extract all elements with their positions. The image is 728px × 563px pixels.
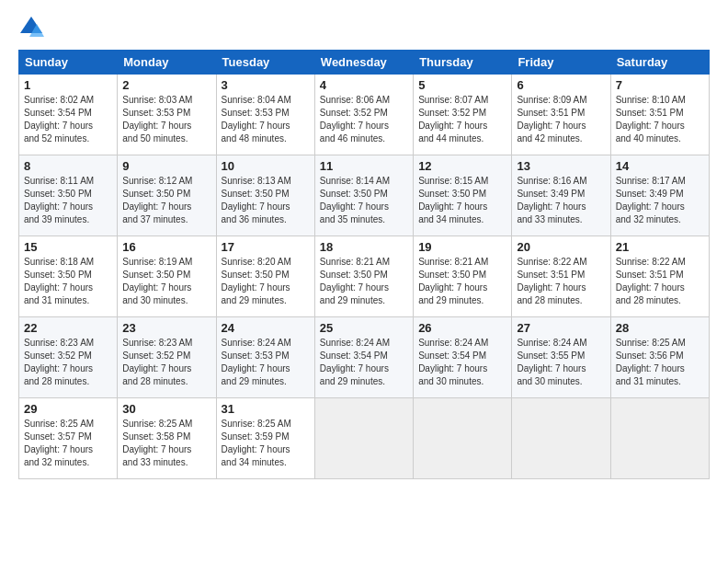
table-row: 12Sunrise: 8:15 AMSunset: 3:50 PMDayligh…	[414, 155, 512, 236]
day-number: 26	[418, 321, 506, 335]
table-row: 14Sunrise: 8:17 AMSunset: 3:49 PMDayligh…	[610, 155, 709, 236]
cell-info: Sunrise: 8:16 AMSunset: 3:49 PMDaylight:…	[517, 175, 605, 226]
day-number: 14	[616, 159, 704, 173]
cell-info: Sunrise: 8:18 AMSunset: 3:50 PMDaylight:…	[24, 256, 112, 307]
cell-info: Sunrise: 8:17 AMSunset: 3:49 PMDaylight:…	[616, 175, 704, 226]
day-number: 16	[122, 240, 210, 254]
day-number: 21	[616, 240, 704, 254]
cell-info: Sunrise: 8:11 AMSunset: 3:50 PMDaylight:…	[24, 175, 112, 226]
table-row: 4Sunrise: 8:06 AMSunset: 3:52 PMDaylight…	[314, 75, 413, 155]
cell-info: Sunrise: 8:22 AMSunset: 3:51 PMDaylight:…	[616, 256, 704, 307]
cell-info: Sunrise: 8:09 AMSunset: 3:51 PMDaylight:…	[517, 94, 605, 145]
day-number: 2	[122, 78, 210, 92]
cell-info: Sunrise: 8:24 AMSunset: 3:54 PMDaylight:…	[418, 337, 506, 388]
table-row	[414, 398, 512, 479]
day-number: 17	[222, 240, 310, 254]
table-row: 17Sunrise: 8:20 AMSunset: 3:50 PMDayligh…	[216, 236, 314, 317]
cell-info: Sunrise: 8:14 AMSunset: 3:50 PMDaylight:…	[320, 175, 408, 226]
cell-info: Sunrise: 8:25 AMSunset: 3:58 PMDaylight:…	[122, 418, 210, 469]
day-number: 22	[24, 321, 112, 335]
calendar-week-1: 1Sunrise: 8:02 AMSunset: 3:54 PMDaylight…	[19, 75, 710, 155]
cell-info: Sunrise: 8:12 AMSunset: 3:50 PMDaylight:…	[122, 175, 210, 226]
table-row	[512, 398, 610, 479]
cell-info: Sunrise: 8:22 AMSunset: 3:51 PMDaylight:…	[517, 256, 605, 307]
cell-info: Sunrise: 8:24 AMSunset: 3:53 PMDaylight:…	[222, 337, 310, 388]
calendar: SundayMondayTuesdayWednesdayThursdayFrid…	[18, 50, 710, 479]
cell-info: Sunrise: 8:25 AMSunset: 3:59 PMDaylight:…	[222, 418, 310, 469]
table-row: 19Sunrise: 8:21 AMSunset: 3:50 PMDayligh…	[414, 236, 512, 317]
day-number: 24	[222, 321, 310, 335]
weekday-tuesday: Tuesday	[216, 51, 314, 75]
table-row	[314, 398, 413, 479]
table-row: 7Sunrise: 8:10 AMSunset: 3:51 PMDaylight…	[610, 75, 709, 155]
cell-info: Sunrise: 8:07 AMSunset: 3:52 PMDaylight:…	[418, 94, 506, 145]
calendar-week-5: 29Sunrise: 8:25 AMSunset: 3:57 PMDayligh…	[19, 398, 710, 479]
day-number: 30	[122, 402, 210, 416]
weekday-friday: Friday	[512, 51, 610, 75]
logo	[18, 15, 48, 40]
weekday-header-row: SundayMondayTuesdayWednesdayThursdayFrid…	[19, 51, 710, 75]
cell-info: Sunrise: 8:06 AMSunset: 3:52 PMDaylight:…	[320, 94, 408, 145]
day-number: 18	[320, 240, 408, 254]
table-row: 6Sunrise: 8:09 AMSunset: 3:51 PMDaylight…	[512, 75, 610, 155]
table-row: 31Sunrise: 8:25 AMSunset: 3:59 PMDayligh…	[216, 398, 314, 479]
day-number: 9	[122, 159, 210, 173]
table-row: 1Sunrise: 8:02 AMSunset: 3:54 PMDaylight…	[19, 75, 118, 155]
cell-info: Sunrise: 8:25 AMSunset: 3:56 PMDaylight:…	[616, 337, 704, 388]
day-number: 28	[616, 321, 704, 335]
table-row: 29Sunrise: 8:25 AMSunset: 3:57 PMDayligh…	[19, 398, 118, 479]
weekday-thursday: Thursday	[414, 51, 512, 75]
cell-info: Sunrise: 8:10 AMSunset: 3:51 PMDaylight:…	[616, 94, 704, 145]
table-row: 27Sunrise: 8:24 AMSunset: 3:55 PMDayligh…	[512, 317, 610, 398]
table-row: 28Sunrise: 8:25 AMSunset: 3:56 PMDayligh…	[610, 317, 709, 398]
day-number: 1	[24, 78, 112, 92]
cell-info: Sunrise: 8:20 AMSunset: 3:50 PMDaylight:…	[222, 256, 310, 307]
table-row: 23Sunrise: 8:23 AMSunset: 3:52 PMDayligh…	[118, 317, 216, 398]
table-row: 22Sunrise: 8:23 AMSunset: 3:52 PMDayligh…	[19, 317, 118, 398]
table-row: 16Sunrise: 8:19 AMSunset: 3:50 PMDayligh…	[118, 236, 216, 317]
table-row: 5Sunrise: 8:07 AMSunset: 3:52 PMDaylight…	[414, 75, 512, 155]
day-number: 19	[418, 240, 506, 254]
day-number: 29	[24, 402, 112, 416]
table-row: 24Sunrise: 8:24 AMSunset: 3:53 PMDayligh…	[216, 317, 314, 398]
table-row: 9Sunrise: 8:12 AMSunset: 3:50 PMDaylight…	[118, 155, 216, 236]
cell-info: Sunrise: 8:13 AMSunset: 3:50 PMDaylight:…	[222, 175, 310, 226]
cell-info: Sunrise: 8:04 AMSunset: 3:53 PMDaylight:…	[222, 94, 310, 145]
table-row: 21Sunrise: 8:22 AMSunset: 3:51 PMDayligh…	[610, 236, 709, 317]
weekday-wednesday: Wednesday	[314, 51, 413, 75]
day-number: 15	[24, 240, 112, 254]
cell-info: Sunrise: 8:24 AMSunset: 3:55 PMDaylight:…	[517, 337, 605, 388]
table-row: 15Sunrise: 8:18 AMSunset: 3:50 PMDayligh…	[19, 236, 118, 317]
cell-info: Sunrise: 8:23 AMSunset: 3:52 PMDaylight:…	[24, 337, 112, 388]
cell-info: Sunrise: 8:24 AMSunset: 3:54 PMDaylight:…	[320, 337, 408, 388]
logo-icon	[18, 15, 44, 40]
cell-info: Sunrise: 8:19 AMSunset: 3:50 PMDaylight:…	[122, 256, 210, 307]
day-number: 25	[320, 321, 408, 335]
day-number: 11	[320, 159, 408, 173]
cell-info: Sunrise: 8:21 AMSunset: 3:50 PMDaylight:…	[320, 256, 408, 307]
cell-info: Sunrise: 8:03 AMSunset: 3:53 PMDaylight:…	[122, 94, 210, 145]
calendar-week-4: 22Sunrise: 8:23 AMSunset: 3:52 PMDayligh…	[19, 317, 710, 398]
calendar-week-2: 8Sunrise: 8:11 AMSunset: 3:50 PMDaylight…	[19, 155, 710, 236]
day-number: 6	[517, 78, 605, 92]
cell-info: Sunrise: 8:25 AMSunset: 3:57 PMDaylight:…	[24, 418, 112, 469]
table-row: 8Sunrise: 8:11 AMSunset: 3:50 PMDaylight…	[19, 155, 118, 236]
day-number: 5	[418, 78, 506, 92]
weekday-monday: Monday	[118, 51, 216, 75]
table-row: 3Sunrise: 8:04 AMSunset: 3:53 PMDaylight…	[216, 75, 314, 155]
table-row: 13Sunrise: 8:16 AMSunset: 3:49 PMDayligh…	[512, 155, 610, 236]
day-number: 12	[418, 159, 506, 173]
day-number: 7	[616, 78, 704, 92]
day-number: 23	[122, 321, 210, 335]
table-row: 20Sunrise: 8:22 AMSunset: 3:51 PMDayligh…	[512, 236, 610, 317]
table-row: 18Sunrise: 8:21 AMSunset: 3:50 PMDayligh…	[314, 236, 413, 317]
table-row: 30Sunrise: 8:25 AMSunset: 3:58 PMDayligh…	[118, 398, 216, 479]
day-number: 31	[222, 402, 310, 416]
header	[18, 15, 710, 40]
cell-info: Sunrise: 8:21 AMSunset: 3:50 PMDaylight:…	[418, 256, 506, 307]
day-number: 20	[517, 240, 605, 254]
page: SundayMondayTuesdayWednesdayThursdayFrid…	[0, 0, 728, 563]
day-number: 10	[222, 159, 310, 173]
table-row: 11Sunrise: 8:14 AMSunset: 3:50 PMDayligh…	[314, 155, 413, 236]
day-number: 4	[320, 78, 408, 92]
